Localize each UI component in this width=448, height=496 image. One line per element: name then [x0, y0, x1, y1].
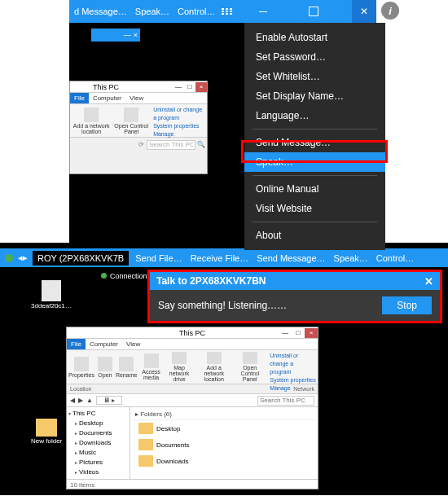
menu-receive-file[interactable]: Receive File…	[191, 253, 249, 263]
folder-item-downloads[interactable]: Downloads	[132, 453, 316, 469]
sidebar-item-this-pc[interactable]: This PC	[68, 409, 128, 419]
tab-view[interactable]: View	[125, 93, 147, 103]
refresh-icon[interactable]: ⟳	[138, 141, 144, 148]
explorer2-minimize-icon[interactable]: —	[279, 328, 292, 338]
explorer-maximize-icon[interactable]: □	[184, 82, 195, 92]
ribbon-network-location[interactable]: Add a network location	[72, 106, 111, 135]
menu-control[interactable]: Control…	[376, 253, 414, 263]
search-icon[interactable]: 🔍	[197, 141, 205, 148]
search-input[interactable]	[147, 140, 195, 150]
tab-file[interactable]: File	[70, 93, 89, 103]
folder-icon	[36, 419, 57, 437]
folder-icon	[138, 423, 153, 434]
explorer-close-icon[interactable]: ×	[195, 82, 207, 92]
nav-back-icon[interactable]: ◀	[70, 397, 75, 404]
ribbon-control-panel[interactable]: Open Control Panel	[114, 106, 148, 135]
menu-set-whitelist[interactable]: Set Whitelist…	[244, 67, 385, 86]
explorer-titlebar: This PC — □ ×	[70, 81, 207, 93]
nav-arrows-icon[interactable]: ◂▸	[18, 252, 28, 263]
explorer2-statusbar: 10 items	[67, 479, 318, 490]
ribbon-sysprop-link[interactable]: System properties	[270, 376, 316, 384]
folder-item-documents[interactable]: Documents	[132, 437, 316, 453]
maximize-button[interactable]	[301, 0, 326, 23]
sidebar-item-disk-c[interactable]: Local Disk (C:)	[68, 477, 128, 479]
explorer2-close-icon[interactable]: ×	[305, 328, 318, 338]
menu-speak[interactable]: Speak…	[334, 253, 368, 263]
tab-view[interactable]: View	[122, 339, 144, 349]
menu-message[interactable]: d Message…	[74, 7, 127, 16]
ribbon-access-media[interactable]: Access media	[140, 352, 161, 382]
ribbon-map-drive[interactable]: Map network drive	[165, 352, 194, 382]
inner-close-icon[interactable]: ×	[134, 31, 138, 39]
session-label[interactable]: ROY (2PX68XKVK7B	[33, 251, 129, 266]
ribbon-control-panel[interactable]: Open Control Panel	[235, 352, 265, 382]
menu-speak[interactable]: Speak…	[244, 152, 385, 172]
ribbon-link-list: Uninstall or change a program System pro…	[152, 106, 205, 135]
context-menu: Enable Autostart Set Password… Set White…	[244, 23, 385, 250]
menu-set-display-name[interactable]: Set Display Name…	[244, 86, 385, 106]
talk-close-icon[interactable]: ✕	[424, 275, 433, 288]
menu-send-file[interactable]: Send File…	[135, 253, 182, 263]
desktop-file-icon[interactable]: 3ddeaf20c1…	[31, 280, 72, 309]
explorer2-titlebar: This PC — □ ×	[67, 327, 318, 339]
talk-message: Say something! Listening……	[158, 300, 287, 311]
tab-file[interactable]: File	[67, 339, 86, 349]
breadcrumb[interactable]: 🖥 ▸	[96, 396, 122, 405]
explorer2-sidebar: This PC Desktop Documents Downloads Musi…	[67, 407, 130, 479]
talk-title: Talk to 2PX68XKVK7BN	[156, 275, 266, 287]
explorer-tabs: File Computer View	[70, 93, 207, 104]
menu-language[interactable]: Language…	[244, 106, 385, 125]
folders-header[interactable]: ▸ Folders (6)	[132, 409, 316, 420]
menu-online-manual[interactable]: Online Manual	[244, 179, 385, 199]
nav-up-icon[interactable]: ▲	[86, 397, 93, 404]
list-icon[interactable]	[222, 8, 224, 15]
folder-item-desktop[interactable]: Desktop	[132, 420, 316, 437]
inner-tab-bar: — ×	[91, 29, 140, 42]
ribbon-open[interactable]: Open	[98, 352, 112, 382]
menu-send-message[interactable]: Send Message…	[257, 253, 325, 263]
explorer-minimize-icon[interactable]: —	[173, 82, 184, 92]
menu-speak[interactable]: Speak…	[135, 7, 169, 16]
explorer-window-bottom: This PC — □ × File Computer View Propert…	[66, 327, 318, 489]
sidebar-item-downloads[interactable]: Downloads	[68, 438, 128, 448]
close-button[interactable]	[352, 0, 376, 23]
stop-button[interactable]: Stop	[382, 296, 432, 314]
menu-set-password[interactable]: Set Password…	[244, 47, 385, 67]
ribbon-properties[interactable]: Properties	[68, 352, 94, 382]
menu-visit-website[interactable]: Visit Website	[244, 199, 385, 218]
explorer2-navbar: ◀ ▶ ▲ 🖥 ▸	[67, 394, 318, 407]
explorer2-maximize-icon[interactable]: □	[292, 328, 305, 338]
ribbon-manage-link[interactable]: Manage	[153, 130, 205, 138]
desktop-folder-icon[interactable]: New folder	[31, 419, 62, 445]
sidebar-item-videos[interactable]: Videos	[68, 467, 128, 477]
tab-computer[interactable]: Computer	[86, 339, 122, 349]
inner-minimize-icon[interactable]: —	[124, 31, 131, 39]
info-icon[interactable]: i	[381, 2, 399, 20]
nav-fwd-icon[interactable]: ▶	[78, 397, 83, 404]
ribbon-uninstall-link[interactable]: Uninstall or change a program	[153, 106, 205, 122]
talk-body: Say something! Listening…… Stop	[150, 290, 440, 321]
sidebar-item-music[interactable]: Music	[68, 448, 128, 458]
menu-enable-autostart[interactable]: Enable Autostart	[244, 28, 385, 47]
connection-dot-icon	[101, 273, 107, 279]
minimize-button[interactable]	[251, 0, 275, 23]
sidebar-item-documents[interactable]: Documents	[68, 428, 128, 438]
menu-send-message[interactable]: Send Message…	[244, 133, 385, 152]
status-item-count: 10 items	[70, 481, 94, 489]
search-input[interactable]	[257, 396, 314, 406]
tab-computer[interactable]: Computer	[89, 93, 125, 103]
menu-about[interactable]: About	[244, 226, 385, 245]
ribbon-uninstall-link[interactable]: Uninstall or change a program	[270, 352, 316, 376]
status-dot-icon	[5, 254, 13, 262]
talk-dialog: Talk to 2PX68XKVK7BN ✕ Say something! Li…	[147, 270, 442, 323]
menu-separator	[253, 222, 377, 222]
ribbon-network-location[interactable]: Add a network location	[196, 352, 231, 382]
ribbon-sysprop-link[interactable]: System properties	[153, 122, 205, 130]
sidebar-item-pictures[interactable]: Pictures	[68, 458, 128, 467]
explorer2-tabs: File Computer View	[67, 339, 318, 350]
file-icon	[42, 280, 61, 301]
sidebar-item-desktop[interactable]: Desktop	[68, 419, 128, 428]
ribbon-rename[interactable]: Rename	[116, 352, 137, 382]
menu-control[interactable]: Control…	[178, 7, 215, 16]
explorer-ribbon: Add a network location Open Control Pane…	[70, 104, 207, 137]
